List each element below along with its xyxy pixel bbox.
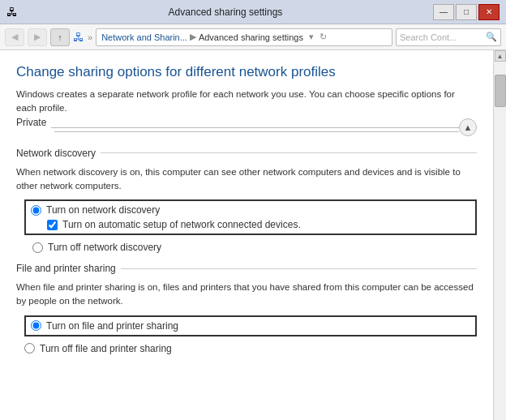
fps-on-option[interactable]: Turn on file and printer sharing: [31, 320, 470, 332]
nd-description: When network discovery is on, this compu…: [16, 165, 477, 194]
breadcrumb-current: Advanced sharing settings: [199, 32, 303, 42]
search-placeholder: Search Cont...: [400, 32, 457, 42]
nd-section-title: Network discovery: [16, 148, 101, 159]
nd-on-box: Turn on network discovery Turn on automa…: [24, 199, 477, 235]
nd-on-radio[interactable]: [31, 205, 41, 216]
fps-off-radio[interactable]: [24, 343, 35, 354]
nd-off-radio[interactable]: [32, 242, 43, 253]
title-bar-icon: 🖧: [6, 6, 18, 19]
nd-auto-option[interactable]: Turn on automatic setup of network conne…: [47, 219, 470, 230]
nd-off-label: Turn off network discovery: [48, 242, 161, 253]
scrollbar[interactable]: ▲: [493, 50, 506, 420]
scroll-up-button[interactable]: ▲: [495, 50, 506, 62]
nd-options: Turn on network discovery Turn on automa…: [24, 199, 477, 253]
fps-on-label: Turn on file and printer sharing: [46, 320, 178, 332]
collapse-button[interactable]: ▲: [459, 118, 477, 136]
forward-button[interactable]: ▶: [28, 28, 47, 46]
breadcrumb-sep1: »: [88, 32, 92, 42]
title-bar-title: Advanced sharing settings: [18, 6, 433, 18]
fps-off-label: Turn off file and printer sharing: [40, 343, 172, 354]
up-button[interactable]: ↑: [50, 28, 70, 46]
minimize-button[interactable]: —: [433, 4, 454, 20]
main-container: Change sharing options for different net…: [0, 50, 506, 420]
fps-on-box: Turn on file and printer sharing: [24, 315, 477, 336]
search-icon[interactable]: 🔍: [486, 32, 497, 42]
private-section: Private ▲ Network discovery When network…: [16, 127, 477, 354]
nd-auto-checkbox[interactable]: [47, 220, 58, 230]
breadcrumb-network: Network and Sharin...: [101, 32, 187, 42]
page-title: Change sharing options for different net…: [16, 63, 477, 81]
close-button[interactable]: ✕: [478, 4, 500, 20]
fps-description: When file and printer sharing is on, fil…: [16, 281, 477, 309]
nd-on-label: Turn on network discovery: [46, 204, 160, 216]
scroll-thumb[interactable]: [495, 75, 506, 107]
nav-icon: 🖧: [73, 31, 84, 44]
breadcrumb-refresh[interactable]: ↻: [319, 32, 327, 42]
title-bar: 🖧 Advanced sharing settings — □ ✕: [0, 0, 506, 24]
maximize-button[interactable]: □: [456, 4, 477, 20]
fps-on-radio[interactable]: [31, 320, 41, 331]
back-button[interactable]: ◀: [5, 28, 24, 46]
address-bar: ◀ ▶ ↑ 🖧 » Network and Sharin... ▶ Advanc…: [0, 24, 506, 50]
search-bar[interactable]: Search Cont... 🔍: [396, 28, 501, 46]
nd-auto-label: Turn on automatic setup of network conne…: [62, 219, 301, 230]
nd-on-option[interactable]: Turn on network discovery: [31, 204, 470, 216]
private-section-title: Private: [16, 117, 51, 128]
breadcrumb-sep2: ▶: [190, 32, 196, 42]
title-bar-controls: — □ ✕: [433, 4, 500, 20]
fps-off-option[interactable]: Turn off file and printer sharing: [24, 343, 477, 354]
breadcrumb-dropdown[interactable]: ▾: [309, 32, 314, 42]
fps-section-title: File and printer sharing: [16, 263, 121, 274]
fps-options: Turn on file and printer sharing Turn of…: [24, 315, 477, 354]
nd-off-option[interactable]: Turn off network discovery: [32, 242, 477, 253]
network-discovery-section: Network discovery When network discovery…: [16, 148, 477, 254]
page-subtitle: Windows creates a separate network profi…: [16, 88, 477, 116]
breadcrumb-bar[interactable]: Network and Sharin... ▶ Advanced sharing…: [96, 28, 392, 46]
file-printer-section: File and printer sharing When file and p…: [16, 263, 477, 354]
content-area: Change sharing options for different net…: [0, 50, 493, 420]
